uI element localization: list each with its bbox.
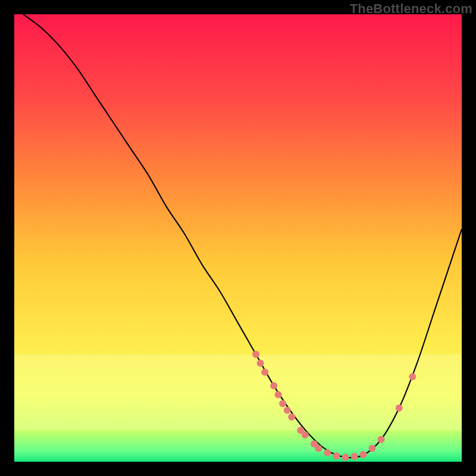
- data-marker: [351, 453, 358, 460]
- data-marker: [288, 414, 295, 421]
- data-marker: [360, 451, 367, 458]
- chart-frame: [14, 14, 462, 462]
- pale-band: [14, 355, 462, 431]
- data-marker: [342, 453, 349, 461]
- data-marker: [252, 351, 259, 358]
- watermark-text: TheBottleneck.com: [350, 1, 472, 17]
- data-marker: [279, 400, 286, 407]
- data-marker: [302, 431, 309, 439]
- data-marker: [270, 382, 277, 389]
- data-marker: [409, 373, 416, 380]
- data-marker: [324, 449, 331, 456]
- data-marker: [333, 452, 340, 459]
- data-marker: [257, 360, 264, 367]
- data-marker: [261, 369, 268, 376]
- data-marker: [284, 407, 291, 414]
- data-marker: [315, 444, 322, 452]
- data-marker: [275, 391, 282, 398]
- data-marker: [378, 436, 385, 443]
- data-marker: [396, 405, 403, 412]
- data-marker: [369, 444, 376, 452]
- chart-canvas: [14, 14, 462, 462]
